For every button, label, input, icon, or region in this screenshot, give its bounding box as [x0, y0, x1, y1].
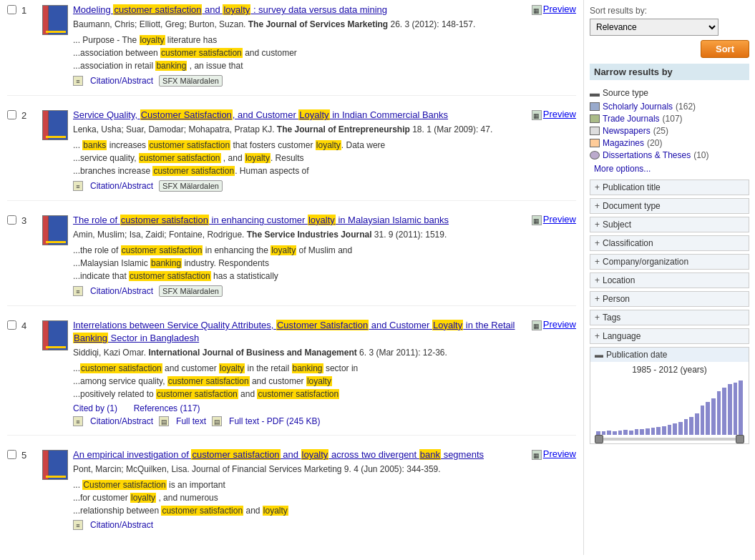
sfx-button-3[interactable]: SFX Mälardalen [159, 285, 223, 297]
language-header[interactable]: + Language [590, 329, 749, 343]
location-header[interactable]: + Location [590, 273, 749, 288]
bar-8[interactable] [640, 429, 644, 435]
pub-date-header[interactable]: ▬ Publication date [590, 348, 749, 362]
bar-4[interactable] [618, 431, 623, 435]
sort-label: Sort results by: [590, 6, 749, 16]
person-header[interactable]: + Person [590, 292, 749, 306]
bar-23[interactable] [722, 388, 726, 435]
journal-book-icon-5 [42, 450, 68, 480]
result-content-3: The role of customer satisfaction in enh… [73, 214, 576, 297]
citation-link-1[interactable]: Citation/Abstract [90, 76, 153, 86]
preview-anchor-3[interactable]: Preview [543, 214, 576, 225]
bar-9[interactable] [646, 428, 650, 435]
source-type-section: ▬ Source type Scholarly Journals (162) T… [590, 86, 749, 177]
citation-link-4[interactable]: Citation/Abstract [90, 416, 153, 426]
subject-facet: + Subject [590, 217, 749, 232]
checkbox-1[interactable] [7, 4, 21, 87]
bar-24[interactable] [728, 384, 732, 435]
bar-13[interactable] [668, 425, 672, 435]
sort-button[interactable]: Sort [701, 40, 749, 58]
result-title-5[interactable]: An empirical investigation of customer s… [73, 448, 484, 461]
scholarly-journals-link[interactable]: Scholarly Journals [603, 102, 673, 112]
doc-type-header[interactable]: + Document type [590, 199, 749, 213]
result-title-4[interactable]: Interrelations between Service Quality A… [73, 319, 526, 345]
bar-19[interactable] [701, 406, 705, 435]
newspapers-count: (25) [653, 126, 668, 136]
preview-anchor-5[interactable]: Preview [543, 448, 576, 459]
result-title-3[interactable]: The role of customer satisfaction in enh… [73, 214, 449, 227]
references-link-4[interactable]: References (117) [134, 403, 200, 413]
result-header-2: Service Quality, Customer Satisfaction, … [73, 109, 576, 124]
preview-link-3[interactable]: ▦Preview [532, 214, 576, 225]
bar-6[interactable] [629, 431, 633, 435]
pdf-link-4[interactable]: Full text - PDF (245 KB) [229, 416, 320, 426]
trade-journals-link[interactable]: Trade Journals [603, 114, 660, 124]
checkbox-2[interactable] [7, 109, 21, 192]
result-links-3: ≡ Citation/Abstract SFX Mälardalen [73, 285, 576, 297]
slider-left-handle[interactable] [595, 435, 603, 443]
pub-title-header[interactable]: + Publication title [590, 180, 749, 195]
cited-by-link-4[interactable]: Cited by (1) [73, 403, 117, 413]
bar-26[interactable] [739, 380, 743, 435]
checkbox-3[interactable] [7, 214, 21, 297]
tags-label: Tags [603, 313, 620, 323]
bar-5[interactable] [623, 430, 628, 435]
bar-21[interactable] [711, 398, 716, 435]
date-range-slider[interactable] [595, 438, 744, 441]
checkbox-5[interactable] [7, 448, 21, 530]
location-facet: + Location [590, 272, 749, 288]
bar-3[interactable] [613, 431, 617, 435]
preview-link-5[interactable]: ▦Preview [532, 448, 576, 460]
bar-12[interactable] [662, 426, 666, 435]
preview-link-2[interactable]: ▦Preview [532, 109, 576, 120]
bar-16[interactable] [684, 419, 688, 435]
pub-date-chart [595, 378, 744, 435]
bar-20[interactable] [706, 402, 710, 435]
result-title-1[interactable]: Modeling customer satisfaction and loyal… [73, 4, 387, 16]
newspapers-link[interactable]: Newspapers [603, 126, 651, 136]
source-type-items: Scholarly Journals (162) Trade Journals … [590, 102, 749, 175]
bar-2[interactable] [607, 431, 611, 435]
preview-link-4[interactable]: ▦Preview [532, 319, 576, 330]
fulltext-link-4[interactable]: Full text [176, 416, 206, 426]
preview-link-1[interactable]: ▦Preview [532, 4, 576, 15]
slider-track[interactable] [595, 438, 744, 441]
pub-date-range: 1985 - 2012 (years) [595, 365, 744, 375]
result-item-3: 3 The role of customer satisfaction in e… [7, 214, 576, 306]
magazine-icon [590, 139, 600, 147]
pub-title-plus-icon: + [595, 182, 600, 192]
sfx-button-2[interactable]: SFX Mälardalen [159, 180, 223, 192]
sort-select[interactable]: Relevance Date (newest first) Date (olde… [590, 19, 719, 36]
tags-header[interactable]: + Tags [590, 310, 749, 325]
slider-right-handle[interactable] [736, 435, 744, 443]
bar-18[interactable] [695, 413, 699, 435]
more-options-link[interactable]: More options... [590, 162, 749, 175]
pub-date-collapse-icon: ▬ [595, 350, 603, 360]
source-type-header[interactable]: ▬ Source type [590, 87, 749, 99]
dissertations-link[interactable]: Dissertations & Theses [603, 150, 691, 160]
bar-14[interactable] [673, 423, 677, 435]
subject-header[interactable]: + Subject [590, 217, 749, 232]
magazines-link[interactable]: Magazines [603, 138, 644, 148]
source-type-label: Source type [603, 88, 648, 98]
citation-link-5[interactable]: Citation/Abstract [90, 520, 153, 530]
dissertations-count: (10) [693, 150, 708, 160]
bar-10[interactable] [651, 428, 656, 435]
bar-7[interactable] [635, 429, 639, 435]
company-header[interactable]: + Company/organization [590, 255, 749, 269]
preview-anchor-4[interactable]: Preview [543, 319, 576, 330]
preview-anchor-1[interactable]: Preview [543, 4, 576, 14]
sfx-button-1[interactable]: SFX Mälardalen [159, 75, 223, 87]
bar-11[interactable] [656, 427, 661, 435]
classification-header[interactable]: + Classification [590, 236, 749, 250]
bar-25[interactable] [734, 383, 738, 435]
bar-15[interactable] [678, 422, 683, 435]
citation-link-3[interactable]: Citation/Abstract [90, 286, 153, 296]
citation-link-2[interactable]: Citation/Abstract [90, 181, 153, 191]
bar-17[interactable] [689, 417, 693, 435]
bar-22[interactable] [717, 391, 721, 435]
result-title-2[interactable]: Service Quality, Customer Satisfaction, … [73, 109, 448, 122]
facet-item-scholarly: Scholarly Journals (162) [590, 102, 749, 112]
checkbox-4[interactable] [7, 319, 21, 426]
preview-anchor-2[interactable]: Preview [543, 109, 576, 119]
